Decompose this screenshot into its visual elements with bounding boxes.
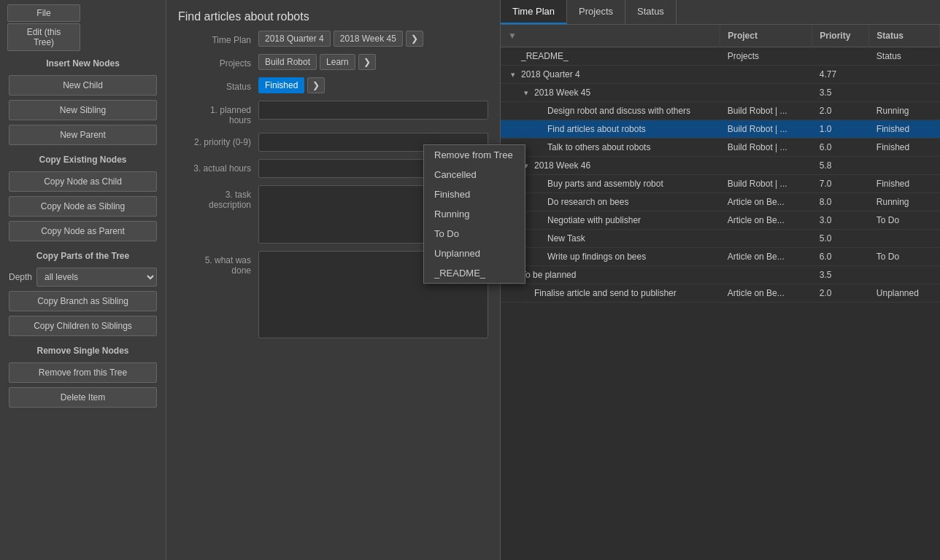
depth-label: Depth [9,272,32,282]
remove-tree-button[interactable]: Remove from this Tree [9,362,157,383]
new-sibling-button[interactable]: New Sibling [9,100,157,120]
table-row[interactable]: ▾2018 Week 465.8 [501,157,940,175]
dropdown-item-cancelled[interactable]: Cancelled [424,165,525,184]
status-tags: Finished ❯ [258,77,488,93]
row-status-cell: Finished [869,139,940,157]
time-plan-label: Time Plan [178,31,251,45]
row-name-text: Design robot and discuss with others [547,106,690,116]
row-name-cell: ▸Find articles about robots [501,120,720,139]
table-row[interactable]: ▸Write up findings on beesArticle on Be.… [501,248,940,266]
row-name-text: 2018 Week 45 [534,88,590,98]
copy-node-as-child-button[interactable]: Copy Node as Child [9,171,157,192]
row-name-cell: ▸Talk to others about robots [501,139,720,157]
expand-icon[interactable]: ▾ [508,69,518,79]
copy-children-siblings-button[interactable]: Copy Children to Siblings [9,316,157,336]
delete-item-button[interactable]: Delete Item [9,387,157,408]
new-child-button[interactable]: New Child [9,75,157,96]
row-priority-cell: 8.0 [812,193,869,211]
tab-projects[interactable]: Projects [567,0,625,24]
row-name-cell: ▸_README_ [501,47,720,66]
col-sort-icon: ▼ [508,31,517,41]
projects-row: Projects Build Robot Learn ❯ [178,54,488,70]
row-project-cell [720,66,812,84]
project-tag-learn[interactable]: Learn [320,54,355,70]
planned-hours-input[interactable] [258,101,488,120]
middle-panel: Find articles about robots Time Plan 201… [166,0,501,560]
time-plan-arrow[interactable]: ❯ [406,31,423,47]
projects-label: Projects [178,54,251,69]
table-row[interactable]: ▾To be planned3.5 [501,266,940,284]
form-area: Time Plan 2018 Quarter 4 2018 Week 45 ❯ … [166,31,500,560]
status-row: Status Finished ❯ [178,77,488,93]
row-priority-cell: 3.0 [812,211,869,230]
row-name-text: New Task [547,233,585,244]
row-priority-cell: 1.0 [812,120,869,139]
table-row[interactable]: ▸Do research on beesArticle on Be...8.0R… [501,193,940,211]
insert-section-title: Insert New Nodes [0,51,166,73]
table-row[interactable]: ▸Negotiate with publisherArticle on Be..… [501,211,940,230]
row-project-cell: Build Robot | ... [720,102,812,120]
expand-icon[interactable]: ▾ [521,88,531,98]
table-row[interactable]: ▸Finalise article and send to publisherA… [501,284,940,303]
row-project-cell: Build Robot | ... [720,175,812,193]
row-project-cell: Article on Be... [720,284,812,303]
row-priority-cell: 5.8 [812,157,869,175]
tab-time-plan[interactable]: Time Plan [501,0,567,24]
time-plan-tag-w45[interactable]: 2018 Week 45 [334,31,403,47]
col-header-project[interactable]: Project [720,25,812,47]
dropdown-item-finished[interactable]: Finished [424,184,525,204]
row-name-cell: ▸Finalise article and send to publisher [501,284,720,303]
table-row[interactable]: ▸Find articles about robotsBuild Robot |… [501,120,940,139]
projects-arrow[interactable]: ❯ [358,54,376,70]
col-header-name[interactable]: ▼ [501,25,720,47]
copy-parts-section-title: Copy Parts of the Tree [0,244,166,265]
dropdown-item-remove[interactable]: Remove from Tree [424,145,525,165]
left-panel: File Edit (this Tree) Insert New Nodes N… [0,0,166,560]
row-priority-cell: 5.0 [812,230,869,248]
new-parent-button[interactable]: New Parent [9,125,157,145]
row-status-cell: Running [869,193,940,211]
row-project-cell [720,266,812,284]
table-row[interactable]: ▸Talk to others about robotsBuild Robot … [501,139,940,157]
dropdown-item-readme[interactable]: _README_ [424,263,525,283]
middle-header: Find articles about robots [166,0,500,31]
row-priority-cell: 3.5 [812,84,869,102]
table-row[interactable]: ▸Design robot and discuss with othersBui… [501,102,940,120]
copy-node-as-parent-button[interactable]: Copy Node as Parent [9,221,157,241]
right-tabs: Time Plan Projects Status [501,0,940,25]
col-header-status[interactable]: Status [869,25,940,47]
row-name-text: Do research on bees [547,197,628,207]
table-row[interactable]: ▾2018 Quarter 44.77 [501,66,940,84]
remove-section-title: Remove Single Nodes [0,338,166,360]
priority-label: 2. priority (0-9) [178,133,251,147]
col-header-priority[interactable]: Priority [812,25,869,47]
dropdown-item-todo[interactable]: To Do [424,224,525,244]
dropdown-item-unplanned[interactable]: Unplanned [424,244,525,263]
copy-section-title: Copy Existing Nodes [0,147,166,169]
dropdown-item-running[interactable]: Running [424,204,525,224]
row-status-cell: Finished [869,120,940,139]
tab-status[interactable]: Status [625,0,677,24]
status-arrow[interactable]: ❯ [307,77,325,93]
row-name-text: Find articles about robots [547,124,646,134]
table-row[interactable]: ▸New Task5.0 [501,230,940,248]
row-status-cell [869,157,940,175]
tree-tbody: ▸_README_ProjectsStatus▾2018 Quarter 44.… [501,47,940,303]
copy-node-as-sibling-button[interactable]: Copy Node as Sibling [9,196,157,217]
row-priority-cell: 6.0 [812,248,869,266]
table-row[interactable]: ▸_README_ProjectsStatus [501,47,940,66]
depth-select[interactable]: all levels 1 level 2 levels 3 levels [36,268,157,287]
row-name-text: Write up findings on bees [547,252,646,262]
time-plan-tag-q4[interactable]: 2018 Quarter 4 [258,31,331,47]
project-tag-build-robot[interactable]: Build Robot [258,54,317,70]
row-name-cell: ▸Negotiate with publisher [501,211,720,230]
table-row[interactable]: ▾2018 Week 453.5 [501,84,940,102]
copy-branch-sibling-button[interactable]: Copy Branch as Sibling [9,291,157,311]
row-status-cell: Unplanned [869,284,940,303]
table-row[interactable]: ▸Buy parts and assembly robotBuild Robot… [501,175,940,193]
file-tab[interactable]: File [7,4,80,22]
node-title: Find articles about robots [178,10,488,23]
status-tag-finished[interactable]: Finished [258,77,304,93]
edit-tree-tab[interactable]: Edit (this Tree) [7,23,80,51]
row-project-cell: Build Robot | ... [720,139,812,157]
